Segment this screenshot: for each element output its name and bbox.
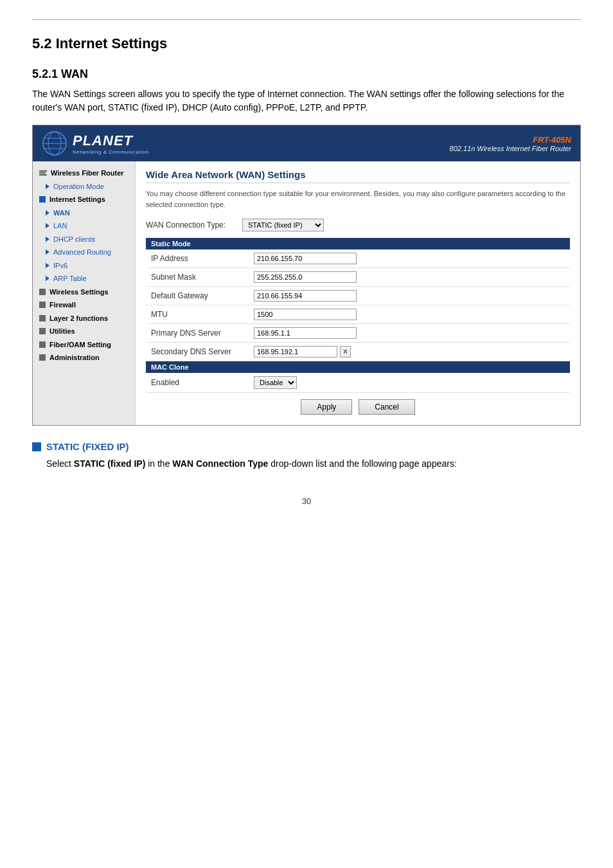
box-icon — [39, 302, 46, 308]
router-model-area: FRT-405N 802.11n Wireless Internet Fiber… — [450, 135, 571, 152]
router-logo: PLANET Networking & Communication — [42, 131, 148, 156]
connection-type-row: WAN Connection Type: STATIC (fixed IP) D… — [146, 219, 570, 231]
form-table: IP Address Subnet Mask Default Gateway — [146, 249, 570, 361]
sidebar-item-wireless-settings[interactable]: Wireless Settings — [33, 285, 135, 299]
lines-icon — [39, 170, 47, 176]
field-label-ip: IP Address — [146, 249, 249, 268]
page-title: 5.2 Internet Settings — [32, 35, 581, 52]
box-icon — [39, 315, 46, 321]
box-icon — [39, 354, 46, 361]
page-number: 30 — [32, 496, 581, 506]
sidebar-item-operation-mode[interactable]: Operation Mode — [33, 180, 135, 194]
box-icon — [39, 341, 46, 348]
arrow-icon — [46, 237, 49, 242]
box-blue-icon — [39, 196, 46, 203]
sidebar-label-layer2: Layer 2 functions — [49, 313, 108, 324]
field-label-gateway: Default Gateway — [146, 287, 249, 305]
sidebar-item-fiber-oam[interactable]: Fiber/OAM Setting — [33, 338, 135, 352]
enabled-label: Enabled — [146, 373, 249, 393]
logo-subtitle-text: Networking & Communication — [73, 149, 148, 155]
table-row: Primary DNS Server — [146, 324, 570, 343]
sidebar-label-utilities: Utilities — [49, 326, 75, 337]
sidebar-label-wireless: Wireless Fiber Router — [51, 168, 124, 179]
subnet-mask-input[interactable] — [254, 271, 357, 283]
top-rule — [32, 19, 581, 20]
static-ip-description: Select STATIC (fixed IP) in the WAN Conn… — [32, 457, 581, 471]
sidebar-label-fiber-oam: Fiber/OAM Setting — [49, 339, 111, 350]
enabled-select[interactable]: Disable Enable — [254, 376, 297, 389]
sidebar-label-internet-settings: Internet Settings — [49, 194, 105, 205]
sidebar-label-adv-routing: Advanced Routing — [53, 247, 111, 258]
primary-dns-input[interactable] — [254, 327, 357, 339]
sidebar-item-wireless-fiber-router[interactable]: Wireless Fiber Router — [33, 167, 135, 180]
arrow-icon — [46, 184, 49, 189]
connection-type-label: WAN Connection Type: — [146, 221, 236, 230]
sidebar-label-firewall: Firewall — [49, 300, 76, 311]
bold-static-ip: STATIC (fixed IP) — [74, 458, 145, 469]
table-row: Enabled Disable Enable — [146, 373, 570, 393]
mac-clone-bar: MAC Clone — [146, 361, 570, 373]
sidebar-label-wireless-settings: Wireless Settings — [49, 287, 109, 298]
wan-section-title: Wide Area Network (WAN) Settings — [146, 169, 570, 183]
router-desc: 802.11n Wireless Internet Fiber Router — [450, 145, 571, 152]
sidebar: Wireless Fiber Router Operation Mode Int… — [33, 161, 136, 425]
sidebar-label-ipv6: IPv6 — [53, 260, 67, 271]
bold-wan-connection: WAN Connection Type — [172, 458, 268, 469]
default-gateway-input[interactable] — [254, 290, 357, 302]
sidebar-label-lan: LAN — [53, 221, 67, 231]
arrow-icon — [46, 210, 49, 215]
logo-text: PLANET Networking & Communication — [73, 132, 148, 155]
globe-icon — [42, 131, 67, 156]
sidebar-label-admin: Administration — [49, 352, 100, 363]
field-label-secondary-dns: Secondary DNS Server — [146, 343, 249, 361]
intro-text: The WAN Settings screen allows you to sp… — [32, 87, 581, 114]
field-label-subnet: Subnet Mask — [146, 268, 249, 287]
router-model: FRT-405N — [450, 135, 571, 145]
ip-address-input[interactable] — [254, 253, 357, 264]
connection-type-select[interactable]: STATIC (fixed IP) DHCP (Auto config) PPP… — [242, 219, 324, 231]
cancel-button[interactable]: Cancel — [359, 399, 414, 415]
sidebar-item-wan[interactable]: WAN — [33, 206, 135, 220]
sidebar-item-lan[interactable]: LAN — [33, 219, 135, 233]
box-icon — [39, 328, 46, 334]
clear-secondary-dns-button[interactable]: × — [340, 346, 351, 357]
table-row: Default Gateway — [146, 287, 570, 305]
mac-clone-table: Enabled Disable Enable — [146, 373, 570, 393]
field-label-primary-dns: Primary DNS Server — [146, 324, 249, 343]
router-body: Wireless Fiber Router Operation Mode Int… — [33, 161, 580, 425]
arrow-icon — [46, 249, 49, 255]
mtu-input[interactable] — [254, 309, 357, 320]
static-ip-title: STATIC (FIXED IP) — [46, 441, 129, 452]
sidebar-item-ipv6[interactable]: IPv6 — [33, 259, 135, 273]
sidebar-item-firewall[interactable]: Firewall — [33, 298, 135, 312]
arrow-icon — [46, 223, 49, 228]
sidebar-item-dhcp-clients[interactable]: DHCP clients — [33, 233, 135, 246]
static-mode-bar: Static Mode — [146, 238, 570, 249]
sidebar-item-arp-table[interactable]: ARP Table — [33, 272, 135, 285]
sidebar-label-dhcp: DHCP clients — [53, 234, 95, 245]
router-header: PLANET Networking & Communication FRT-40… — [33, 125, 580, 161]
section-wan-heading: 5.2.1 WAN — [32, 68, 581, 81]
button-row: Apply Cancel — [146, 393, 570, 417]
sidebar-item-utilities[interactable]: Utilities — [33, 325, 135, 338]
wan-description: You may choose different connection type… — [146, 188, 570, 210]
table-row: Secondary DNS Server × — [146, 343, 570, 361]
router-panel: PLANET Networking & Communication FRT-40… — [32, 125, 581, 426]
field-label-mtu: MTU — [146, 305, 249, 324]
table-row: MTU — [146, 305, 570, 324]
apply-button[interactable]: Apply — [301, 399, 352, 415]
sidebar-item-internet-settings[interactable]: Internet Settings — [33, 193, 135, 206]
table-row: IP Address — [146, 249, 570, 268]
main-content: Wide Area Network (WAN) Settings You may… — [136, 161, 580, 425]
arrow-icon — [46, 276, 49, 281]
arrow-icon — [46, 263, 49, 268]
sidebar-item-advanced-routing[interactable]: Advanced Routing — [33, 246, 135, 259]
static-ip-section: STATIC (FIXED IP) Select STATIC (fixed I… — [32, 441, 581, 471]
sidebar-item-administration[interactable]: Administration — [33, 351, 135, 365]
box-icon — [39, 289, 46, 295]
sidebar-item-layer2[interactable]: Layer 2 functions — [33, 312, 135, 325]
sidebar-label-wan: WAN — [53, 208, 70, 219]
secondary-dns-input[interactable] — [254, 346, 337, 357]
static-ip-header: STATIC (FIXED IP) — [32, 441, 581, 452]
table-row: Subnet Mask — [146, 268, 570, 287]
